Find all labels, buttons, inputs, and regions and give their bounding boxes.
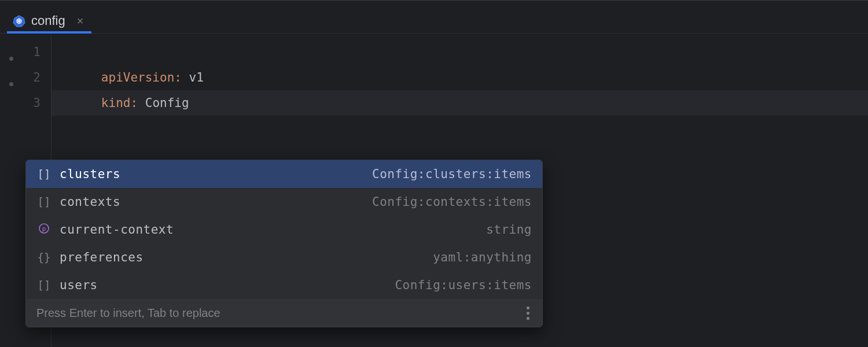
autocomplete-type: Config:clusters:items: [372, 167, 532, 181]
autocomplete-label: users: [60, 278, 98, 292]
autocomplete-item[interactable]: [] contexts Config:contexts:items: [26, 188, 542, 216]
close-icon[interactable]: ×: [77, 15, 84, 27]
yaml-value: Config: [145, 96, 189, 110]
svg-text:p: p: [42, 225, 46, 232]
autocomplete-item[interactable]: p current-context string: [26, 216, 542, 243]
yaml-key: apiVersion: [101, 71, 174, 84]
tab-config[interactable]: config ×: [7, 8, 91, 33]
autocomplete-item[interactable]: [] clusters Config:clusters:items: [26, 160, 542, 188]
line-number: 1: [0, 39, 51, 65]
line-number: 3: [0, 90, 51, 116]
array-icon: []: [36, 168, 52, 180]
property-icon: p: [36, 223, 52, 237]
kubernetes-icon: [13, 14, 25, 27]
autocomplete-footer: Press Enter to insert, Tab to replace: [26, 299, 542, 327]
autocomplete-label: current-context: [60, 223, 174, 237]
autocomplete-item[interactable]: [] users Config:users:items: [26, 271, 542, 299]
tab-label: config: [31, 13, 65, 28]
yaml-key: kind: [101, 96, 131, 110]
autocomplete-label: clusters: [60, 167, 120, 181]
autocomplete-type: string: [486, 223, 532, 237]
autocomplete-hint: Press Enter to insert, Tab to replace: [36, 307, 220, 320]
yaml-value: v1: [189, 71, 204, 84]
autocomplete-label: contexts: [60, 195, 120, 209]
gutter-marker-icon: [9, 57, 13, 61]
autocomplete-type: Config:contexts:items: [372, 195, 532, 209]
autocomplete-popup: [] clusters Config:clusters:items [] con…: [25, 160, 543, 327]
code-line[interactable]: apiVersion: v1: [52, 39, 868, 65]
kebab-menu-icon[interactable]: [524, 304, 532, 322]
tab-bar: config ×: [0, 0, 868, 34]
array-icon: []: [36, 195, 52, 208]
autocomplete-type: yaml:anything: [433, 250, 532, 264]
autocomplete-item[interactable]: {} preferences yaml:anything: [26, 243, 542, 271]
array-icon: []: [36, 279, 52, 291]
line-number: 2: [0, 65, 51, 90]
autocomplete-type: Config:users:items: [395, 278, 532, 292]
gutter-marker-icon: [9, 82, 13, 86]
autocomplete-label: preferences: [60, 250, 144, 264]
editor[interactable]: 1 2 3 apiVersion: v1 kind: Config [] clu…: [0, 34, 868, 347]
object-icon: {}: [36, 251, 52, 264]
